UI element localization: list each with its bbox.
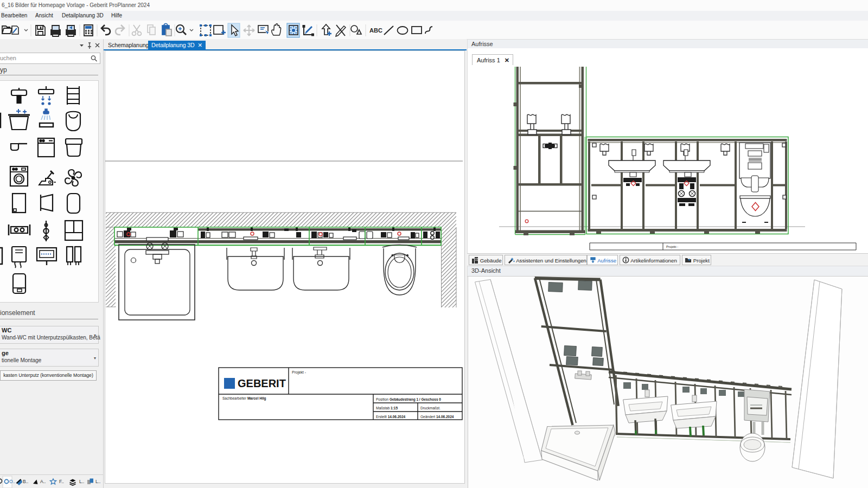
- svg-text:A..: A..: [40, 479, 46, 484]
- svg-text:L..: L..: [95, 479, 100, 484]
- svg-text:ABC: ABC: [369, 27, 382, 34]
- svg-text:O..: O..: [9, 479, 15, 484]
- svg-text:F..: F..: [59, 479, 64, 484]
- svg-text:B..: B..: [23, 479, 28, 484]
- svg-text:Projekt -: Projekt -: [666, 245, 678, 248]
- svg-text:Projekt -: Projekt -: [292, 370, 307, 375]
- svg-text:Maßstab 1:15: Maßstab 1:15: [376, 406, 398, 410]
- svg-text:L..: L..: [79, 479, 84, 484]
- svg-text:Position Gebäudestrang 1 / Ge: Position Gebäudestrang 1 / Geschoss 0: [376, 397, 441, 402]
- svg-text:Geändert 14.06.2024: Geändert 14.06.2024: [420, 415, 454, 419]
- svg-text:Erstellt 14.06.2024: Erstellt 14.06.2024: [376, 415, 406, 419]
- svg-text:Druckmaßst.: Druckmaßst.: [420, 406, 441, 410]
- svg-text:GEBERIT: GEBERIT: [238, 377, 286, 389]
- svg-text:Sachbearbeiter Marcel Hilg: Sachbearbeiter Marcel Hilg: [222, 396, 266, 401]
